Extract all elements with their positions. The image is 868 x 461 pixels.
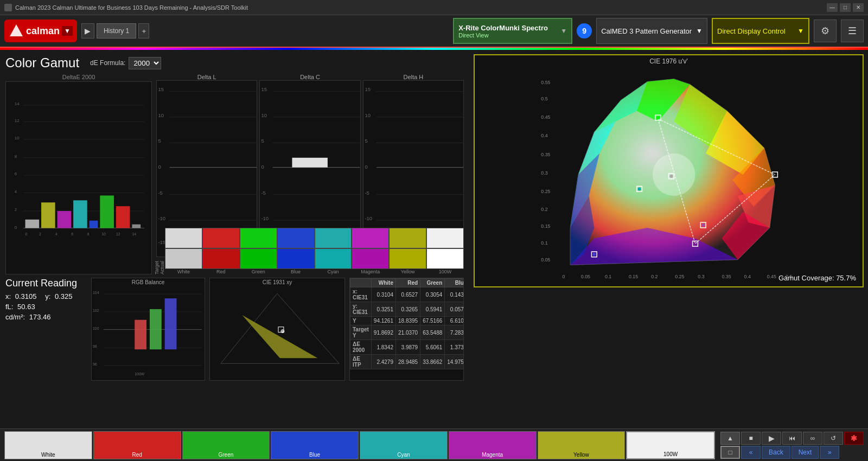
svg-text:0.25: 0.25 [541,189,550,194]
history-play-button[interactable]: ▶ [81,23,94,39]
delta-c-title: Delta C [259,74,360,80]
swatch-red[interactable]: Red [93,431,181,459]
swatch-yellow[interactable]: Yellow [538,431,626,459]
y-value: 0.325 [55,292,73,300]
svg-text:0.1: 0.1 [605,274,611,279]
y-label: y: [45,292,50,300]
svg-text:6: 6 [71,232,73,236]
delta-section: Delta L 15 10 5 0 -5 -10 -15 [156,74,464,274]
svg-text:4: 4 [55,232,58,236]
cie1976-container: CIE 1976 u'v' 0.55 0.5 0.45 0.4 0.35 0.3… [474,54,864,287]
top-charts-row: DeltaE 2000 14 12 10 8 6 4 2 0 [5,74,464,274]
next-button[interactable]: Next [792,446,819,459]
calman-logo[interactable]: calman ▼ [4,20,77,42]
swatch-white[interactable]: White [4,431,92,459]
patch-magenta-target [352,248,389,269]
spectro-dropdown[interactable]: X-Rite ColorMunki Spectro Direct View ▼ [453,18,572,44]
color-gamut-header: Color Gamut dE Formula: 2000 [5,55,464,71]
svg-text:10: 10 [261,112,267,118]
square-toggle-button[interactable]: □ [720,446,740,459]
cie1931-svg [210,286,344,376]
swatch-100w[interactable]: 100W [626,431,715,459]
cell-ty-red: 21.0370 [395,325,420,340]
cdm2-value: 173.46 [29,313,51,321]
patch-blue-target [277,248,315,269]
delta-c-chart: Delta C 15 10 5 0 -5 -10 -15 [259,74,360,226]
table-header-row: White Red Green Blue Cyan Magenta Yellow… [350,279,464,287]
cell-x-blue: 0.1432 [445,287,464,302]
swatch-green[interactable]: Green [182,431,270,459]
svg-text:0.4: 0.4 [541,133,547,138]
bottom-toolbar: White Red Green Blue Cyan Magenta Yellow… [0,428,868,461]
svg-text:0.05: 0.05 [541,257,550,262]
settings-button[interactable]: ⚙ [814,20,837,42]
svg-text:0.25: 0.25 [675,274,684,279]
spectro-subtitle: Direct View [458,32,554,39]
history-tab[interactable]: History 1 [97,23,136,39]
patch-cyan-label: Cyan [327,269,339,274]
swatch-cyan-label: Cyan [397,452,410,458]
refresh-button[interactable]: ↺ [824,432,843,445]
svg-rect-87 [150,309,162,349]
spectro-title: X-Rite ColorMunki Spectro [458,24,554,32]
svg-point-140 [638,187,641,190]
options-button[interactable]: ☰ [841,20,864,42]
svg-text:0: 0 [365,164,367,170]
up-button[interactable]: ▲ [720,432,740,445]
direct-display-dropdown[interactable]: Direct Display Control ▼ [712,18,809,44]
calman-menu-button[interactable]: ▼ [62,26,73,36]
window-controls[interactable]: — □ ✕ [827,3,864,12]
svg-text:10: 10 [101,232,106,236]
deltae-chart-svg: 14 12 10 8 6 4 2 0 [8,86,147,270]
de-formula-select[interactable]: 2000 [129,57,161,69]
svg-text:0.05: 0.05 [581,274,590,279]
svg-text:0.15: 0.15 [541,223,550,229]
cell-de-green: 5.6061 [420,340,445,355]
svg-text:0.4: 0.4 [744,274,751,279]
asterisk-button[interactable]: ✱ [844,432,864,445]
close-button[interactable]: ✕ [853,3,864,12]
minimize-button[interactable]: — [827,3,838,12]
direct-display-label: Direct Display Control [717,27,793,35]
delta-l-title: Delta L [156,74,257,80]
patch-100w-target [426,248,464,269]
cell-y-green: 0.5941 [420,302,445,317]
next-icon-btn[interactable]: » [820,446,839,459]
cell-Y-green: 67.5166 [420,317,445,325]
cie1931-section: CIE 1931 xy [209,278,345,381]
skip-start-button[interactable]: ⏮ [782,432,802,445]
patch-yellow-actual [389,228,426,248]
bottom-charts-row: Current Reading x: 0.3105 y: 0.325 fL: 5… [5,278,464,381]
cell-ty-blue: 7.2834 [445,325,464,340]
prev-btn[interactable]: « [741,446,761,459]
back-button[interactable]: Back [762,446,790,459]
swatch-blue[interactable]: Blue [271,431,359,459]
patch-green-target [240,248,277,269]
svg-text:-5: -5 [261,190,266,196]
swatch-magenta[interactable]: Magenta [449,431,537,459]
patch-yellow-label: Yellow [401,269,415,274]
svg-text:-10: -10 [158,215,165,221]
cie1931-title: CIE 1931 xy [210,278,344,286]
swatch-cyan[interactable]: Cyan [360,431,448,459]
swatch-red-label: Red [132,452,142,458]
svg-text:5: 5 [261,138,264,144]
history-section: ▶ History 1 + [81,23,149,39]
x-value: 0.3105 [15,292,37,300]
infinity-button[interactable]: ∞ [803,432,822,445]
svg-rect-20 [73,200,87,228]
svg-text:-10: -10 [365,215,372,221]
calman-logo-text: calman [26,25,60,37]
svg-text:0.2: 0.2 [651,274,658,279]
svg-rect-86 [135,320,146,349]
svg-text:8: 8 [15,154,17,159]
pattern-gen-dropdown[interactable]: CalMED 3 Pattern Generator ▼ [596,18,707,44]
stop-button[interactable]: ■ [741,432,761,445]
svg-point-144 [592,253,596,256]
play-button[interactable]: ▶ [762,432,781,445]
svg-text:100: 100 [93,326,99,330]
svg-text:12: 12 [15,118,20,123]
history-add-button[interactable]: + [138,23,149,39]
maximize-button[interactable]: □ [840,3,851,12]
svg-text:5: 5 [158,138,161,144]
